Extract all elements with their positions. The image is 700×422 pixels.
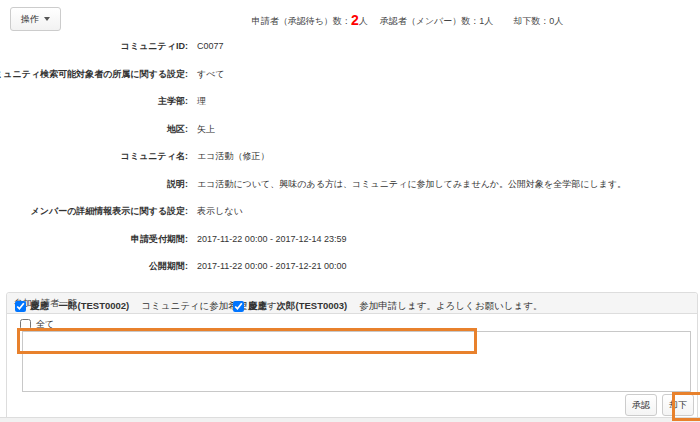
- select-all-row: 全て: [20, 318, 54, 331]
- applicant-item: 慶應 次郎(TEST0003) 参加申請します。よろしくお願いします。: [233, 300, 542, 313]
- select-all-label: 全て: [36, 318, 54, 331]
- caret-down-icon: [44, 17, 50, 21]
- applicant-message: 参加申請します。よろしくお願いします。: [359, 300, 542, 313]
- detail-label: 申請受付期間:: [0, 233, 188, 246]
- detail-value: エコ活動について、興味のある方は、コミュニティに参加してみませんか。公開対象を全…: [197, 178, 700, 191]
- reject-button[interactable]: 却下: [662, 394, 694, 416]
- approve-button[interactable]: 承認: [625, 394, 657, 416]
- applicants-waiting-count: 2: [351, 12, 359, 28]
- operations-button-label: 操作: [21, 8, 39, 30]
- detail-value: C0077: [197, 40, 700, 53]
- detail-label: コミュニティ検索可能対象者の所属に関する設定:: [0, 68, 188, 81]
- detail-label: 地区:: [0, 123, 188, 136]
- approvers-count-text: 承認者（メンバー）数：1人: [380, 16, 494, 26]
- detail-row-public-period: 公開期間: 2017-11-22 00:00 - 2017-12-21 00:0…: [0, 260, 700, 273]
- select-all-checkbox[interactable]: [20, 319, 31, 330]
- detail-label: 説明:: [0, 178, 188, 191]
- detail-row-search-target-setting: コミュニティ検索可能対象者の所属に関する設定: すべて: [0, 68, 700, 81]
- detail-value: すべて: [197, 68, 700, 81]
- applicants-waiting-unit: 人: [359, 16, 368, 26]
- detail-row-community-id: コミュニティID: C0077: [0, 40, 700, 53]
- detail-value: 2017-11-22 00:00 - 2017-12-14 23:59: [197, 233, 700, 246]
- detail-label: 主学部:: [0, 95, 188, 108]
- operations-button[interactable]: 操作: [10, 7, 61, 31]
- applicant-checkbox[interactable]: [233, 301, 244, 312]
- detail-label: コミュニティID:: [0, 40, 188, 53]
- applicant-name: 慶應 一郎(TEST0002): [30, 300, 129, 313]
- detail-row-main-faculty: 主学部: 理: [0, 95, 700, 108]
- detail-row-district: 地区: 矢上: [0, 123, 700, 136]
- detail-row-application-period: 申請受付期間: 2017-11-22 00:00 - 2017-12-14 23…: [0, 233, 700, 246]
- applicant-list-panel: 参加申請者一覧 全て 慶應 一郎(TEST0002) コミュニティに参加希望しま…: [6, 292, 698, 422]
- detail-value: 表示しない: [197, 205, 700, 218]
- detail-value: 矢上: [197, 123, 700, 136]
- applicant-listbox: [22, 331, 691, 392]
- detail-value: 2017-11-22 00:00 - 2017-12-21 00:00: [197, 260, 700, 273]
- detail-row-member-info-setting: メンバーの詳細情報表示に関する設定: 表示しない: [0, 205, 700, 218]
- rejected-count-text: 却下数：0人: [513, 16, 563, 26]
- detail-label: メンバーの詳細情報表示に関する設定:: [0, 205, 188, 218]
- detail-value: エコ活動（修正）: [197, 150, 700, 163]
- detail-label: 公開期間:: [0, 260, 188, 273]
- applicants-waiting-label: 申請者（承認待ち）数：: [252, 16, 351, 26]
- detail-row-community-name: コミュニティ名: エコ活動（修正）: [0, 150, 700, 163]
- applicant-stats: 申請者（承認待ち）数：2人承認者（メンバー）数：1人却下数：0人: [115, 13, 700, 28]
- applicant-action-buttons: 承認 却下: [625, 394, 694, 416]
- detail-value: 理: [197, 95, 700, 108]
- applicant-name: 慶應 次郎(TEST0003): [248, 300, 347, 313]
- detail-label: コミュニティ名:: [0, 150, 188, 163]
- community-details: コミュニティID: C0077 コミュニティ検索可能対象者の所属に関する設定: …: [0, 40, 700, 288]
- bottom-strip: [0, 417, 700, 422]
- detail-row-description: 説明: エコ活動について、興味のある方は、コミュニティに参加してみませんか。公開…: [0, 178, 700, 191]
- applicant-checkbox[interactable]: [15, 301, 26, 312]
